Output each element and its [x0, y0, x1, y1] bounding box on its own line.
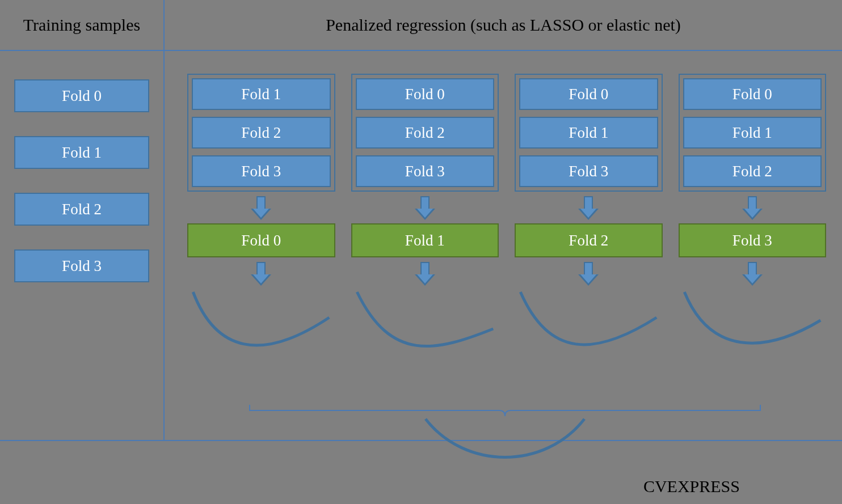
- arrow-down-icon: [415, 262, 435, 287]
- test-fold-box: Fold 1: [351, 223, 499, 257]
- header-row: Training samples Penalized regression (s…: [0, 0, 842, 51]
- train-fold-box: Fold 0: [683, 78, 822, 110]
- test-fold-box: Fold 0: [187, 223, 335, 257]
- header-training-samples: Training samples: [0, 0, 165, 50]
- train-fold-box: Fold 3: [519, 155, 658, 187]
- cvexpress-label: CVEXPRESS: [643, 477, 740, 496]
- cv-column: Fold 0 Fold 1 Fold 3 Fold 2: [515, 74, 663, 440]
- train-fold-group: Fold 0 Fold 2 Fold 3: [351, 74, 499, 192]
- cv-column: Fold 0 Fold 2 Fold 3 Fold 1: [351, 74, 499, 440]
- train-fold-box: Fold 0: [519, 78, 658, 110]
- train-fold-box: Fold 1: [683, 117, 822, 149]
- test-fold-box: Fold 3: [679, 223, 827, 257]
- train-fold-box: Fold 2: [356, 117, 495, 149]
- train-fold-box: Fold 1: [519, 117, 658, 149]
- cv-column: Fold 0 Fold 1 Fold 2 Fold 3: [679, 74, 827, 440]
- error-curve-icon: [351, 289, 499, 357]
- train-fold-group: Fold 0 Fold 1 Fold 3: [515, 74, 663, 192]
- train-fold-group: Fold 0 Fold 1 Fold 2: [679, 74, 827, 192]
- train-fold-box: Fold 3: [192, 155, 331, 187]
- header-penalized-regression: Penalized regression (such as LASSO or e…: [165, 0, 842, 50]
- train-fold-box: Fold 2: [192, 117, 331, 149]
- train-fold-box: Fold 2: [683, 155, 822, 187]
- arrow-down-icon: [742, 196, 763, 221]
- arrow-down-icon: [578, 196, 599, 221]
- training-fold-box: Fold 1: [14, 136, 149, 169]
- summary-curve-icon: [426, 419, 584, 458]
- error-curve-icon: [187, 289, 335, 357]
- arrow-down-icon: [578, 262, 599, 287]
- train-fold-box: Fold 1: [192, 78, 331, 110]
- training-samples-column: Fold 0 Fold 1 Fold 2 Fold 3: [0, 51, 165, 440]
- error-curve-icon: [515, 289, 663, 357]
- error-curve-icon: [679, 289, 827, 357]
- cv-column: Fold 1 Fold 2 Fold 3 Fold 0: [187, 74, 335, 440]
- summary-brace-icon: [244, 402, 766, 470]
- train-fold-group: Fold 1 Fold 2 Fold 3: [187, 74, 335, 192]
- arrow-down-icon: [251, 196, 271, 221]
- train-fold-box: Fold 3: [356, 155, 495, 187]
- arrow-down-icon: [415, 196, 435, 221]
- train-fold-box: Fold 0: [356, 78, 495, 110]
- training-fold-box: Fold 2: [14, 193, 149, 226]
- training-fold-box: Fold 3: [14, 249, 149, 282]
- cv-columns-container: Fold 1 Fold 2 Fold 3 Fold 0 Fold 0 Fold …: [165, 51, 842, 440]
- test-fold-box: Fold 2: [515, 223, 663, 257]
- arrow-down-icon: [251, 262, 271, 287]
- training-fold-box: Fold 0: [14, 79, 149, 112]
- arrow-down-icon: [742, 262, 763, 287]
- body-row: Fold 0 Fold 1 Fold 2 Fold 3 Fold 1 Fold …: [0, 51, 842, 441]
